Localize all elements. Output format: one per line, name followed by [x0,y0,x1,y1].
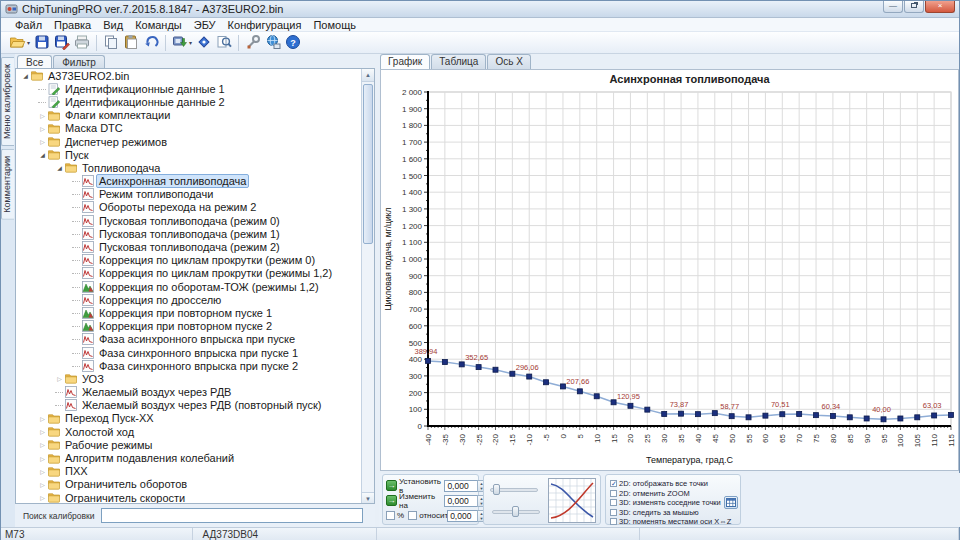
tree-item[interactable]: Желаемый воздух через РДВ (повторный пус… [16,399,374,412]
option-checkbox-2[interactable] [610,499,617,506]
tree-item[interactable]: Желаемый воздух через РДВ [16,386,374,399]
chart-area[interactable]: 01002003004005006007008009001 0001 1001 … [380,69,959,471]
copy-button[interactable] [101,33,121,53]
option-checkbox-3[interactable] [610,509,617,516]
curve-preview[interactable] [548,478,596,523]
tree-item[interactable]: ▷Флаги комплектации [16,109,374,122]
menu-item-6[interactable]: Помощь [307,18,362,32]
expander-collapsed-icon[interactable]: ▷ [37,468,48,475]
expander-collapsed-icon[interactable]: ▷ [37,494,48,501]
expander-collapsed-icon[interactable]: ▷ [37,481,48,488]
tree-item[interactable]: Коррекция по оборотам-ТОЖ (режимы 1,2) [16,280,374,293]
expander-collapsed-icon[interactable]: ▷ [54,375,65,382]
tree-tab-0[interactable]: Все [17,55,52,69]
relative-checkbox[interactable] [408,511,417,520]
tree-item[interactable]: Пусковая топливоподача (режим 0) [16,214,374,227]
tree-item[interactable]: Обороты перехода на режим 2 [16,201,374,214]
tree-item[interactable]: ▷Алгоритм подавления колебаний [16,451,374,464]
set-to-spinner[interactable]: 0,000▲▼ [444,480,478,492]
tree-item[interactable]: Коррекция при повторном пуске 2 [16,320,374,333]
minimize-button[interactable]: — [883,1,903,13]
expander-expanded-icon[interactable]: ◢ [37,151,48,158]
undo-button[interactable] [141,33,161,53]
expander-collapsed-icon[interactable]: ▷ [37,455,48,462]
find-button[interactable] [214,33,234,53]
online-button[interactable] [263,33,283,53]
tree-item[interactable]: ▷Рабочие режимы [16,438,374,451]
tree-item[interactable]: ▷Ограничитель скорости [16,491,374,504]
percent-checkbox[interactable] [386,511,395,520]
expander-collapsed-icon[interactable]: ▷ [37,138,48,145]
menu-item-1[interactable]: Правка [48,18,97,32]
tree-item[interactable]: ◢Пуск [16,148,374,161]
tree-item[interactable]: Асинхронная топливоподача [16,175,374,188]
tree-item[interactable]: Идентификационные данные 2 [16,95,374,108]
tree-item[interactable]: Фаза асинхронного впрыска при пуске [16,333,374,346]
menu-item-4[interactable]: ЭБУ [188,18,222,32]
open-file-button[interactable]: ▾ [7,33,32,53]
x-slider[interactable] [490,483,538,497]
set-to-icon[interactable]: → [386,480,397,491]
settings-button[interactable] [243,33,263,53]
tree-item[interactable]: ▷Холостой ход [16,425,374,438]
side-tab-1[interactable]: Комментарии [1,149,14,220]
tree-item[interactable]: Фаза синхронного впрыска при пуске 2 [16,359,374,372]
tree-item[interactable]: ◢Топливоподача [16,161,374,174]
tree-item[interactable]: Фаза синхронного впрыска при пуске 1 [16,346,374,359]
search-input[interactable] [101,508,363,523]
tree-item[interactable]: Коррекция по циклам прокрутки (режим 0) [16,254,374,267]
tree-item[interactable]: Пусковая топливоподача (режим 2) [16,240,374,253]
expander-expanded-icon[interactable]: ◢ [54,164,65,171]
tree-item[interactable]: ▷УОЗ [16,372,374,385]
tree-item[interactable]: Режим топливоподачи [16,188,374,201]
print-button[interactable] [72,33,92,53]
tree-item[interactable]: ▷Маска DTC [16,122,374,135]
tree-item[interactable]: Коррекция по дросселю [16,293,374,306]
chevron-down-icon[interactable]: ▾ [27,39,30,46]
menu-item-3[interactable]: Команды [129,18,188,32]
expander-collapsed-icon[interactable]: ▷ [37,125,48,132]
tree-item[interactable]: Идентификационные данные 1 [16,82,374,95]
tree-item[interactable]: ▷Диспетчер режимов [16,135,374,148]
side-tab-0[interactable]: Меню калибровок [1,57,14,146]
scrollbar-thumb[interactable] [363,84,373,244]
tree-tab-1[interactable]: Фильтр [53,55,105,69]
chart-tab-0[interactable]: График [380,54,430,69]
menu-item-5[interactable]: Конфигурация [222,18,308,32]
relative-spinner[interactable]: 0,000▲▼ [447,510,478,522]
expander-collapsed-icon[interactable]: ▷ [37,415,48,422]
tree-item[interactable]: ▷Ограничитель оборотов [16,478,374,491]
expander-collapsed-icon[interactable]: ▷ [37,112,48,119]
expander-expanded-icon[interactable]: ◢ [20,72,31,79]
help-button[interactable]: ? [283,33,303,53]
chart-tab-1[interactable]: Таблица [431,54,486,69]
tree-item[interactable]: Коррекция при повторном пуске 1 [16,306,374,319]
tree-item[interactable]: ◢A373EURO2.bin [16,69,374,82]
chevron-down-icon[interactable]: ▾ [189,39,192,46]
option-checkbox-1[interactable] [610,490,617,497]
tree-item[interactable]: Пусковая топливоподача (режим 1) [16,227,374,240]
chart-canvas[interactable]: 01002003004005006007008009001 0001 1001 … [381,70,958,470]
chart-tab-2[interactable]: Ось X [487,54,530,69]
navigate-button[interactable] [194,33,214,53]
option-checkbox-4[interactable] [610,518,617,525]
close-button[interactable]: × [925,1,955,13]
table-view-button[interactable] [724,496,738,509]
tree-scrollbar[interactable]: ▲ ▼ [361,69,374,504]
menu-item-0[interactable]: Файл [9,18,48,32]
expander-collapsed-icon[interactable]: ▷ [37,441,48,448]
save-file-as-button[interactable] [52,33,72,53]
save-file-button[interactable] [32,33,52,53]
paste-button[interactable] [121,33,141,53]
tree-item[interactable]: ▷ПХХ [16,465,374,478]
tree-item[interactable]: Коррекция по циклам прокрутки (режимы 1,… [16,267,374,280]
change-by-icon[interactable]: → [386,495,397,506]
tree-item[interactable]: ▷Переход Пуск-ХХ [16,412,374,425]
expander-collapsed-icon[interactable]: ▷ [37,428,48,435]
scroll-up-icon[interactable]: ▲ [362,69,374,82]
option-checkbox-0[interactable]: ✓ [610,480,617,487]
y-slider[interactable] [492,505,540,519]
read-ecu-button[interactable]: ▾ [170,33,194,53]
change-by-spinner[interactable]: 0,000▲▼ [444,495,478,507]
scroll-down-icon[interactable]: ▼ [362,492,374,504]
